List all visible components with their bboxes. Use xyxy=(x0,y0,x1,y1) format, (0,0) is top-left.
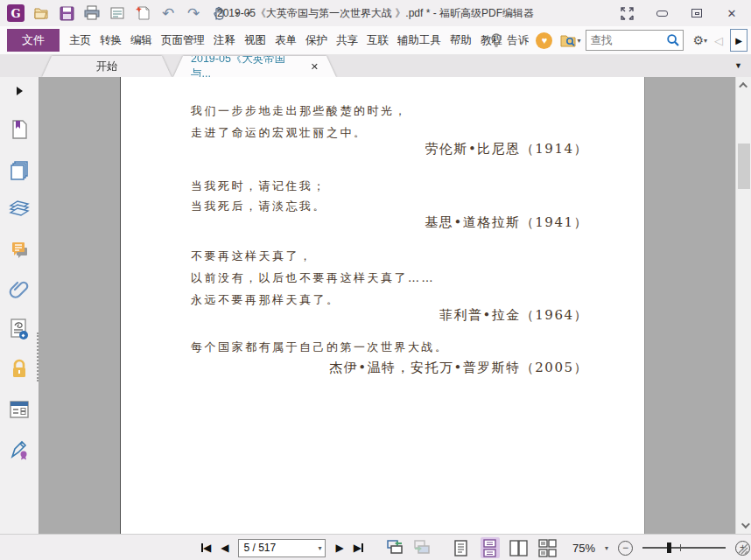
poem-line: 每个国家都有属于自己的第一次世界大战。 xyxy=(191,340,449,355)
tell-me-bulb-icon[interactable] xyxy=(489,32,503,48)
poem-line: 永远不要再那样天真了。 xyxy=(191,292,340,308)
ribbon-menu-bar: 文件 主页 转换 编辑 页面管理 注释 视图 表单 保护 共享 互联 辅助工具 … xyxy=(0,26,751,54)
collapse-toolbar-icon: ◁ xyxy=(714,34,723,47)
panel-resize-grip[interactable] xyxy=(37,332,39,382)
window-title: 2019-05《大英帝国与第一次世界大战 》.pdf * - 福昕高级PDF编辑… xyxy=(217,6,534,21)
window-resize-grip[interactable] xyxy=(737,543,748,557)
save-icon[interactable] xyxy=(58,4,75,22)
arrange-windows-icon[interactable] xyxy=(620,6,634,20)
redo-icon[interactable]: ↷ xyxy=(185,4,202,22)
fields-panel-icon[interactable] xyxy=(9,399,30,420)
find-search-icon[interactable] xyxy=(663,33,683,47)
search-folder-icon[interactable]: ▾ xyxy=(559,32,580,48)
menu-item-accessibility[interactable]: 辅助工具 xyxy=(397,32,442,50)
email-icon[interactable] xyxy=(109,4,126,22)
tab-close-icon[interactable]: ✕ xyxy=(311,61,319,73)
menu-items: 主页 转换 编辑 页面管理 注释 视图 表单 保护 共享 互联 辅助工具 帮助 … xyxy=(68,32,503,50)
poem-line: 以前没有，以后也不要再这样天真了…… xyxy=(191,270,435,286)
poem-line: 我们一步步地走出那些酸楚的时光， xyxy=(191,103,408,119)
next-view-button[interactable] xyxy=(413,539,431,557)
menu-item-help[interactable]: 帮助 xyxy=(449,32,473,50)
foxit-logo-icon[interactable]: G xyxy=(7,4,25,22)
single-page-view-button[interactable] xyxy=(452,537,471,558)
navigation-panel-bar xyxy=(0,77,39,534)
zoom-slider-thumb[interactable] xyxy=(667,542,671,553)
maximize-icon[interactable] xyxy=(690,6,704,20)
settings-caret-icon[interactable]: ▾ xyxy=(704,37,707,45)
poem-line: 走进了命运的宏观壮丽之中。 xyxy=(191,125,368,141)
attachments-panel-icon[interactable] xyxy=(9,278,30,299)
comments-panel-icon[interactable] xyxy=(9,240,30,261)
poem-line: 当我死时，请记住我； xyxy=(191,178,326,194)
bookmarks-panel-icon[interactable] xyxy=(9,119,30,140)
panel-expand-icon[interactable] xyxy=(9,80,30,102)
poem-line: 不要再这样天真了， xyxy=(191,248,313,264)
signature-panel-icon[interactable] xyxy=(9,439,30,460)
poem-attribution: 杰伊•温特，安托万•普罗斯特（2005） xyxy=(329,360,588,376)
poem-attribution: 菲利普•拉金（1964） xyxy=(439,307,588,324)
undo-icon[interactable]: ↶ xyxy=(159,4,177,22)
find-box xyxy=(586,30,684,51)
create-pdf-icon[interactable] xyxy=(134,4,151,22)
scroll-down-icon[interactable] xyxy=(737,518,751,533)
find-input[interactable] xyxy=(586,34,663,46)
facing-view-button[interactable] xyxy=(509,537,529,558)
page-number-caret-icon[interactable]: ▾ xyxy=(318,544,325,552)
continuous-view-button[interactable] xyxy=(481,537,500,558)
next-page-button[interactable]: ▶ xyxy=(335,542,343,554)
status-bar: ◀ ◀ ▾ ▶ ▶ xyxy=(0,534,751,560)
continuous-facing-view-button[interactable] xyxy=(538,537,558,558)
title-bar: G ↶ ↷ ▾ ▾̶ 2019-05《大英帝国与第一次世界 xyxy=(0,0,751,26)
security-panel-icon[interactable] xyxy=(9,359,30,380)
ribbon-right-tools: 告诉 ♥ ▾ ⚙ ▾ ◁ ▶ xyxy=(489,26,751,54)
first-page-button[interactable]: ◀ xyxy=(201,542,211,554)
heart-icon[interactable]: ♥ xyxy=(536,32,552,49)
menu-item-home[interactable]: 主页 xyxy=(68,32,92,50)
previous-view-button[interactable] xyxy=(386,539,404,557)
menu-item-view[interactable]: 视图 xyxy=(243,32,267,50)
zoom-dropdown-icon[interactable]: ▾ xyxy=(605,544,608,552)
file-menu-button[interactable]: 文件 xyxy=(7,29,60,52)
menu-item-connect[interactable]: 互联 xyxy=(366,32,390,50)
last-page-button[interactable]: ▶ xyxy=(354,542,363,554)
vertical-scrollbar[interactable] xyxy=(735,77,751,534)
menu-item-share[interactable]: 共享 xyxy=(335,32,359,50)
page-number-box: ▾ xyxy=(238,539,326,557)
quick-access-toolbar: G ↶ ↷ ▾ ▾̶ xyxy=(0,4,249,22)
tab-start[interactable]: 开始 xyxy=(42,56,172,77)
menu-item-comment[interactable]: 注释 xyxy=(213,32,236,50)
tab-start-label: 开始 xyxy=(96,60,118,74)
expand-ribbon-button[interactable]: ▶ xyxy=(730,29,747,52)
open-file-icon[interactable] xyxy=(32,4,50,22)
scrollbar-thumb[interactable] xyxy=(738,144,750,189)
zoom-out-button[interactable]: − xyxy=(618,541,633,556)
digital-signatures-panel-icon[interactable] xyxy=(9,318,30,340)
pages-panel-icon[interactable] xyxy=(9,159,30,180)
menu-item-page-management[interactable]: 页面管理 xyxy=(160,32,206,50)
tab-document[interactable]: 2019-05《大英帝国与... ✕ xyxy=(173,56,336,77)
menu-item-convert[interactable]: 转换 xyxy=(99,32,123,50)
close-icon[interactable]: ✕ xyxy=(725,6,739,20)
poem-attribution: 劳伦斯•比尼恩（1914） xyxy=(425,141,588,158)
zoom-slider[interactable] xyxy=(642,542,726,554)
window-controls: ✕ xyxy=(620,0,751,26)
page-number-input[interactable] xyxy=(239,542,318,554)
search-folder-caret-icon[interactable]: ▾ xyxy=(577,37,580,45)
print-icon[interactable] xyxy=(83,4,101,22)
previous-page-button[interactable]: ◀ xyxy=(221,542,228,554)
scroll-up-icon[interactable] xyxy=(737,78,751,93)
menu-item-protect[interactable]: 保护 xyxy=(305,32,328,50)
tab-list-dropdown-icon[interactable]: ▼ xyxy=(734,61,742,70)
poem-line: 当我死后，请淡忘我。 xyxy=(191,199,326,214)
zoom-level-value[interactable]: 75% xyxy=(572,542,595,555)
minimize-icon[interactable] xyxy=(655,6,669,20)
layers-panel-icon[interactable] xyxy=(9,198,30,219)
poem-attribution: 基思•道格拉斯（1941） xyxy=(425,214,588,231)
document-tab-bar: 开始 2019-05《大英帝国与... ✕ ▼ xyxy=(0,54,751,77)
menu-item-edit[interactable]: 编辑 xyxy=(130,32,153,50)
settings-gear-icon[interactable]: ⚙ xyxy=(692,33,704,47)
menu-item-form[interactable]: 表单 xyxy=(274,32,298,50)
document-area: 我们一步步地走出那些酸楚的时光， 走进了命运的宏观壮丽之中。 劳伦斯•比尼恩（1… xyxy=(0,77,751,534)
tell-me-label[interactable]: 告诉 xyxy=(507,33,529,48)
foxit-pdf-editor-window: G ↶ ↷ ▾ ▾̶ 2019-05《大英帝国与第一次世界 xyxy=(0,0,751,560)
